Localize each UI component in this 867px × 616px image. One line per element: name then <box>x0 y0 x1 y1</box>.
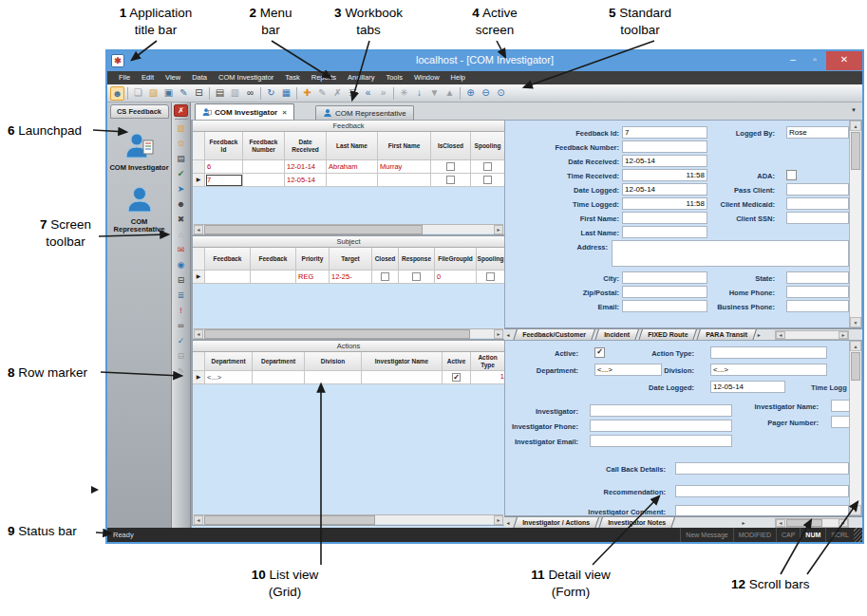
batch-print-icon[interactable]: ⊟ <box>174 349 189 364</box>
cell-spooling[interactable] <box>471 174 505 187</box>
cell-first-name[interactable]: Murray <box>378 160 431 174</box>
investigator-name-field[interactable] <box>831 400 850 412</box>
call-back-details-field[interactable] <box>675 462 849 475</box>
outbox-icon[interactable]: ✉ <box>174 243 189 257</box>
checkbox-unchecked[interactable] <box>381 272 389 281</box>
cell-first-name[interactable] <box>378 174 431 187</box>
scroll-left-icon[interactable]: ◄ <box>776 331 785 339</box>
scroll-right-icon[interactable]: ► <box>494 515 503 525</box>
save-icon[interactable]: ▣ <box>161 86 176 101</box>
checkbox-unchecked[interactable] <box>483 162 492 171</box>
menu-ancillary[interactable]: Ancillary <box>342 71 380 84</box>
checkbox-unchecked[interactable] <box>446 162 455 171</box>
scrollbar-thumb[interactable] <box>204 329 470 339</box>
cell-target[interactable]: 12-25- <box>330 271 372 284</box>
recommendation-field[interactable] <box>675 485 849 497</box>
menu-reports[interactable]: Reports <box>306 71 342 84</box>
launchpad-item-com-representative[interactable]: COM Representative <box>107 186 171 234</box>
application-title-bar[interactable]: ✱ localhost - [COM Investigator] – ▫ ✕ <box>107 51 862 71</box>
client-ssn-field[interactable] <box>786 212 849 224</box>
column-header[interactable]: Division <box>305 352 362 371</box>
menu-com-investigator[interactable]: COM Investigator <box>213 71 279 84</box>
scroll-right-icon[interactable]: ► <box>839 331 848 339</box>
cell-priority[interactable]: REG <box>296 271 330 284</box>
cell-last-name[interactable] <box>327 174 378 187</box>
column-header[interactable]: Closed <box>372 248 399 271</box>
cell-filegroupid[interactable]: 0 <box>435 271 477 284</box>
cell-active[interactable]: ✓ <box>443 371 471 384</box>
save-as-icon[interactable]: ✎ <box>177 86 191 101</box>
attachment-icon[interactable]: ✎ <box>174 364 189 379</box>
close-button[interactable]: ✕ <box>826 51 862 70</box>
scroll-up-icon[interactable]: ▲ <box>850 121 861 131</box>
copy-icon[interactable]: ▤ <box>213 86 227 101</box>
verify-icon[interactable]: ✔ <box>174 167 189 181</box>
paste-icon[interactable]: ▥ <box>228 86 242 101</box>
checkbox-checked[interactable]: ✓ <box>452 373 461 382</box>
column-header[interactable]: Department <box>253 352 305 371</box>
delete-record-icon[interactable]: ✗ <box>330 86 345 101</box>
scrollbar-thumb[interactable] <box>786 519 822 527</box>
column-header[interactable]: Date Received <box>285 132 327 160</box>
scroll-right-icon[interactable]: ► <box>494 329 503 339</box>
tab-com-representative[interactable]: COM Representative <box>315 105 414 120</box>
investigator-comment-field[interactable] <box>675 505 849 516</box>
date-logged-field[interactable]: 12-05-14 <box>710 381 785 393</box>
action-type-field[interactable] <box>710 346 827 359</box>
cell-isclosed[interactable] <box>431 174 471 187</box>
scroll-left-icon[interactable]: ◄ <box>194 225 203 234</box>
scrollbar-thumb[interactable] <box>204 225 423 234</box>
column-header[interactable]: Department <box>205 352 253 371</box>
notes-icon[interactable]: ☰ <box>346 86 360 101</box>
feedback-grid-hscrollbar[interactable]: ◄ ► <box>194 224 503 233</box>
checkbox-unchecked[interactable] <box>412 272 421 281</box>
scrollbar-thumb[interactable] <box>851 132 860 170</box>
row-marker[interactable]: ▶ <box>193 174 205 187</box>
column-header[interactable]: Response <box>399 248 435 271</box>
tab-close-icon[interactable]: × <box>282 108 287 117</box>
cell-division[interactable] <box>305 371 362 384</box>
tab-prev-icon[interactable]: ◄ <box>504 329 512 340</box>
client-medicaid-field[interactable] <box>786 197 849 210</box>
menu-file[interactable]: File <box>113 71 136 84</box>
column-header[interactable]: Feedback <box>251 248 296 271</box>
feedback-number-field[interactable] <box>622 140 707 153</box>
print-icon[interactable]: ⊟ <box>192 86 206 101</box>
edit-record-icon[interactable]: ✎ <box>315 86 330 101</box>
investigator-phone-field[interactable] <box>590 420 732 432</box>
grid-view-icon[interactable]: ▦ <box>279 86 293 101</box>
scroll-down-icon[interactable]: ▼ <box>850 317 861 327</box>
ada-checkbox[interactable] <box>786 170 797 180</box>
logged-by-field[interactable]: Rose <box>786 126 849 139</box>
menu-tools[interactable]: Tools <box>380 71 408 84</box>
minimize-button[interactable]: – <box>782 51 803 69</box>
menu-window[interactable]: Window <box>408 71 445 84</box>
column-header[interactable]: Feedback <box>205 248 251 271</box>
table-row[interactable]: ▶ REG 12-25- 0 <box>193 271 504 284</box>
menu-view[interactable]: View <box>160 71 186 84</box>
cell-feedback-id[interactable]: 7 <box>205 174 243 187</box>
column-header[interactable]: Investigator Name <box>362 352 443 371</box>
launchpad-item-com-investigator[interactable]: COM Investigator <box>107 132 171 173</box>
cell-date-received[interactable]: 12-01-14 <box>285 160 327 174</box>
scroll-down-icon[interactable]: ▼ <box>850 505 861 515</box>
insert-icon[interactable]: ↓ <box>412 86 426 101</box>
investigator-field[interactable] <box>590 404 732 417</box>
upper-form-hscrollbar[interactable]: ◄ ► <box>775 330 849 340</box>
first-record-icon[interactable]: « <box>361 86 375 101</box>
investigator-email-field[interactable] <box>590 435 732 447</box>
link-icon[interactable]: ✳ <box>397 86 411 101</box>
close-screen-icon[interactable]: ✗ <box>174 104 188 117</box>
cell-last-name[interactable]: Abraham <box>327 160 378 174</box>
open-icon[interactable]: ▨ <box>146 86 160 101</box>
cell-feedback-number[interactable] <box>243 174 285 187</box>
print-screen-icon[interactable]: ⊟ <box>174 273 189 288</box>
zoom-reset-icon[interactable]: ⊙ <box>494 86 508 101</box>
last-name-field[interactable] <box>622 226 707 238</box>
upper-form-vscrollbar[interactable]: ▲ ▼ <box>849 121 861 327</box>
column-header[interactable]: Priority <box>296 248 330 271</box>
launchpad-header[interactable]: CS Feedback <box>110 104 169 119</box>
scroll-right-icon[interactable]: ► <box>839 519 848 527</box>
cell-feedback-id[interactable]: 6 <box>205 160 243 174</box>
cell-closed[interactable] <box>372 271 399 284</box>
